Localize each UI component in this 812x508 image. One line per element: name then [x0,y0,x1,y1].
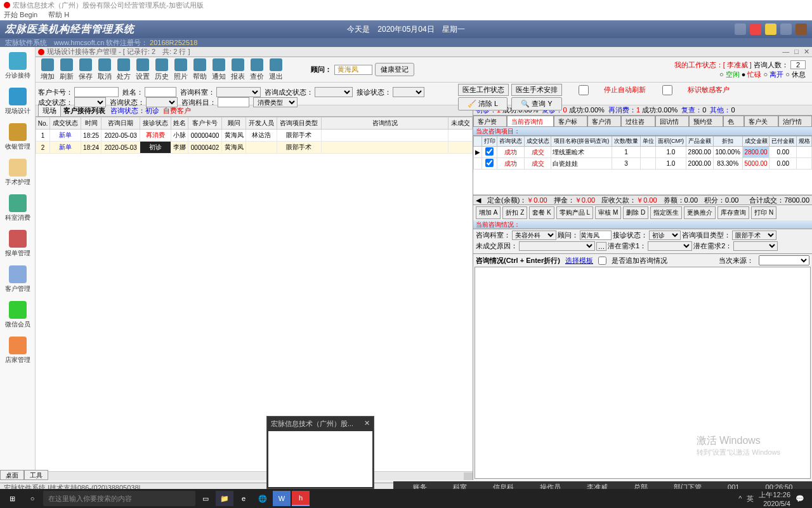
rtab-9[interactable]: 治疗情况 [778,116,812,126]
item-col[interactable]: 已付金额 [769,137,797,147]
item-col[interactable]: 次数/数量 [612,137,641,147]
col-header[interactable]: 接诊状态 [140,117,171,130]
col-header[interactable]: 咨询日期 [102,117,140,130]
system-tray[interactable]: ^ 英 上午12:262020/5/4 💬 [738,490,809,507]
select-ctype[interactable]: 消费类型 [253,97,298,107]
toolbar-exit-button[interactable]: 退出 [266,58,285,81]
chk-autorefresh[interactable] [565,85,603,95]
consultant-input[interactable] [334,65,372,75]
rtab-1[interactable]: 当前咨询情况 [507,116,553,126]
tab-desktop[interactable]: 桌面 [0,470,24,480]
toolbar-price-button[interactable]: 查价 [247,58,266,81]
col-header[interactable]: No. [36,117,50,130]
template-link[interactable]: 选择模板 [565,256,593,265]
action-btn-8[interactable]: 库存查询 [717,206,749,219]
start-button[interactable]: ⊞ [3,491,22,506]
action-btn-5[interactable]: 删除 D [623,206,648,219]
rtab-2[interactable]: 客户标签 [554,116,587,126]
chk-print[interactable] [485,159,494,167]
rtab-5[interactable]: 回访情况 [655,116,689,126]
item-col[interactable]: 面积(CM²) [656,137,686,147]
input-csub[interactable] [218,97,249,107]
toolbar-report-button[interactable]: 报表 [228,58,247,81]
app-taskbar-icon[interactable]: h [292,491,310,506]
sel-d-need2[interactable] [733,241,778,251]
table-row[interactable]: 1新单18:252020-05-03再消费小脉00000400黄海凤林达浩眼部手… [36,130,473,142]
toolbar-rx-button[interactable]: 处方 [114,58,133,81]
user-icon[interactable] [780,23,792,35]
close-icon[interactable]: ✕ [804,48,809,56]
opt-away[interactable]: 离开 [769,70,783,78]
action-btn-4[interactable]: 审核 M [595,206,621,219]
tray-notify-icon[interactable]: 💬 [796,495,804,503]
toolbar-help-button[interactable]: 帮助 [190,58,209,81]
toolbar-photo-button[interactable]: 照片 [171,58,190,81]
opt-busy[interactable]: 忙碌 [747,70,761,78]
col-header[interactable]: 咨询项目类型 [277,117,321,130]
tray-ime-icon[interactable]: 英 [747,494,754,504]
toolbar-add-button[interactable]: 增加 [38,58,57,81]
item-col[interactable]: 成交金额 [742,137,769,147]
rtab-3[interactable]: 客户消费 [587,116,621,126]
opt-rest[interactable]: 休息 [792,70,806,78]
action-btn-6[interactable]: 指定医生 [650,206,682,219]
thumb-close-icon[interactable]: ✕ [364,419,370,429]
maximize-icon[interactable]: □ [794,48,799,56]
opt-free[interactable]: 空闲 [726,70,740,78]
customer-grid[interactable]: No.成交状态时间咨询日期接诊状态姓名客户卡号顾问开发人员咨询项目类型咨询情况未… [36,117,473,471]
toolbar-history-button[interactable]: 历史 [152,58,171,81]
sidebar-surgery[interactable]: 手术护理 [0,156,35,192]
item-col[interactable]: 折扣 [713,137,742,147]
tab-tools[interactable]: 工具 [24,470,48,480]
col-header[interactable]: 未成交 [449,117,473,130]
sidebar-onsite[interactable]: 现场设计 [0,85,35,121]
item-col[interactable]: 打印 [482,137,497,147]
item-col[interactable]: 产品金额 [686,137,713,147]
items-grid[interactable]: 打印咨询状态成交状态项目名称(拼音码查询)次数/数量单位面积(CM²)产品金额折… [473,136,812,170]
rtab-6[interactable]: 预约登记 [689,116,723,126]
taskbar-search[interactable]: 在这里输入你要搜索的内容 [43,491,195,506]
select-recv[interactable] [393,87,424,97]
menu-help[interactable]: 帮助 H [48,11,69,18]
action-btn-1[interactable]: 折扣 Z [502,206,527,219]
col-header[interactable]: 开发人员 [246,117,277,130]
select-dept[interactable] [216,87,261,97]
visitors-count[interactable] [790,60,806,69]
select-deal[interactable] [315,87,353,97]
clear-button[interactable]: 🧹 清除 L [458,97,508,110]
action-btn-0[interactable]: 增加 A [476,206,501,219]
input-name[interactable] [145,87,176,97]
sel-src[interactable] [759,255,809,265]
item-row[interactable]: 成功成交白瓷娃娃31.02000.0083.30%5000.000.00 [474,158,812,170]
chk-append[interactable] [598,257,606,265]
rtab-4[interactable]: 过往咨询 [621,116,655,126]
table-row[interactable]: 2新单18:242020-05-03初诊李娜00000402黄海凤眼部手术 [36,142,473,154]
action-btn-2[interactable]: 套餐 K [529,206,554,219]
sidebar-store[interactable]: 店家管理 [0,334,35,370]
toolbar-refresh-button[interactable]: 刷新 [57,58,76,81]
sel-d-dept[interactable]: 美容外科 [512,231,556,240]
home-icon[interactable] [735,23,746,35]
toolbar-save-button[interactable]: 保存 [76,58,95,81]
heart-icon[interactable] [750,23,761,35]
select-deal2[interactable] [74,97,106,107]
toolbar-notify-button[interactable]: 通知 [209,58,228,81]
thumb-preview[interactable] [268,431,372,487]
edge-icon[interactable]: е [235,491,252,506]
menu-begin[interactable]: 开始 Begin [4,11,37,18]
minimize-icon[interactable]: — [782,48,789,56]
reason-more[interactable]: … [596,242,606,251]
wps-icon[interactable]: W [273,491,291,506]
inp-d-adv[interactable] [580,231,612,240]
doc-status-button[interactable]: 医生工作状态 [458,84,509,96]
toolbar-settings-button[interactable]: 设置 [133,58,152,81]
taskview-icon[interactable]: ▭ [197,491,214,506]
col-header[interactable]: 顾问 [222,117,246,130]
sidebar-wechat[interactable]: 微信会员 [0,298,35,334]
sidebar-cashier[interactable]: 收银管理 [0,121,35,156]
sel-d-ptype[interactable]: 眼部手术 [732,231,776,240]
item-col[interactable]: 单位 [641,137,656,147]
col-header[interactable]: 时间 [81,117,101,130]
toolbar-cancel-button[interactable]: 取消 [95,58,114,81]
sidebar-customer[interactable]: 客户管理 [0,263,35,298]
